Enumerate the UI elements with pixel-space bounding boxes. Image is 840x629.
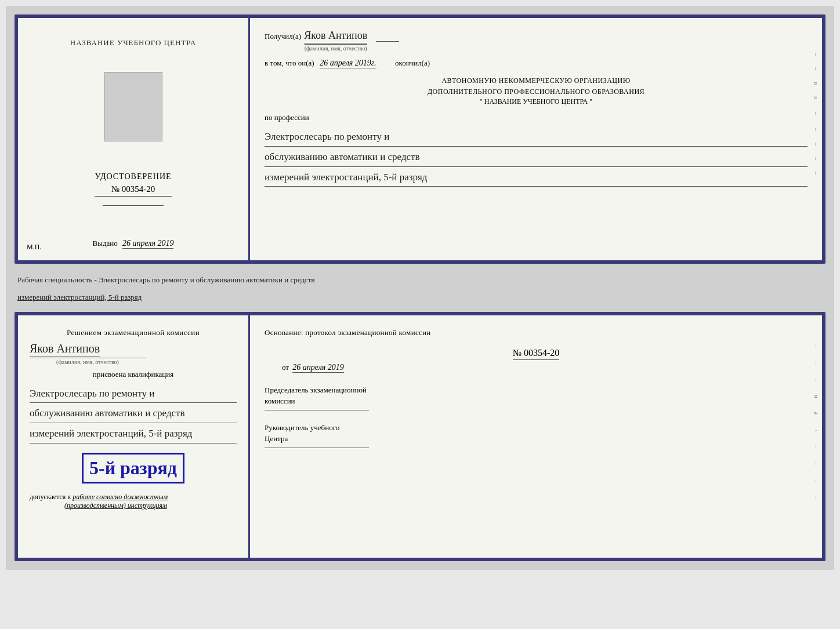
ruk-signature-line bbox=[265, 448, 369, 448]
recipient-name: Яков Антипов bbox=[304, 30, 367, 43]
middle-text-1: Рабочая специальность - Электрослесарь п… bbox=[17, 271, 823, 289]
profession-line1-top: Электрослесарь по ремонту и bbox=[265, 128, 808, 147]
vtom-date: 26 апреля 2019г. bbox=[320, 59, 376, 68]
profession-block-top: Электрослесарь по ремонту и обслуживанию… bbox=[265, 128, 808, 187]
chairman-line2: комиссии bbox=[265, 395, 808, 407]
fio-label-bottom: (фамилия, имя, отчество) bbox=[30, 358, 146, 365]
chairman-block: Председатель экзаменационной комиссии bbox=[265, 384, 808, 410]
org-block: АВТОНОМНУЮ НЕКОММЕРЧЕСКУЮ ОРГАНИЗАЦИЮ ДО… bbox=[265, 75, 808, 106]
cert-number-top: № 00354-20 bbox=[95, 184, 171, 197]
qual-line1: Электрослесарь по ремонту и bbox=[30, 385, 237, 403]
ruk-line2: Центра bbox=[265, 433, 808, 445]
protocol-number: № 00354-20 bbox=[513, 348, 560, 360]
received-line: Получил(а) Яков Антипов (фамилия, имя, о… bbox=[265, 30, 808, 52]
ot-prefix: от bbox=[282, 363, 289, 372]
poluchil-prefix: Получил(а) bbox=[265, 32, 301, 41]
vtom-prefix: в том, что он(а) bbox=[265, 59, 314, 67]
big-rank-container: 5-й разряд bbox=[30, 448, 237, 488]
protocol-number-block: № 00354-20 bbox=[265, 348, 808, 360]
bottom-right-panel: Основание: протокол экзаменационной коми… bbox=[250, 315, 822, 558]
top-left-panel: НАЗВАНИЕ УЧЕБНОГО ЦЕНТРА УДОСТОВЕРЕНИЕ №… bbox=[18, 18, 250, 260]
issued-label: Выдано bbox=[93, 239, 118, 248]
issued-date: 26 апреля 2019 bbox=[122, 239, 173, 249]
recipient-name-bottom: Яков Антипов bbox=[30, 342, 100, 357]
org-quote: " НАЗВАНИЕ УЧЕБНОГО ЦЕНТРА " bbox=[265, 97, 808, 106]
fio-label-top: (фамилия, имя, отчество) bbox=[305, 44, 367, 52]
po-professii-label: по профессии bbox=[265, 113, 808, 122]
qual-block-bottom: Электрослесарь по ремонту и обслуживанию… bbox=[30, 385, 237, 443]
page-wrapper: НАЗВАНИЕ УЧЕБНОГО ЦЕНТРА УДОСТОВЕРЕНИЕ №… bbox=[6, 6, 834, 570]
assigned-text: присвоена квалификация bbox=[30, 370, 237, 379]
bottom-left-panel: Решением экзаменационной комиссии Яков А… bbox=[18, 315, 250, 558]
big-rank-badge: 5-й разряд bbox=[82, 453, 184, 483]
fio-block-bottom: Яков Антипов (фамилия, имя, отчество) bbox=[30, 342, 237, 365]
work-desc: работе согласно должностным bbox=[73, 493, 168, 501]
dopuskaetsya-block: допускается к работе согласно должностны… bbox=[30, 493, 237, 510]
okonchil-text: окончил(а) bbox=[395, 59, 430, 67]
profession-line2-top: обслуживанию автоматики и средств bbox=[265, 148, 808, 167]
udostoverenie-title: УДОСТОВЕРЕНИЕ bbox=[95, 172, 171, 181]
qual-line3: измерений электростанций, 5-й разряд bbox=[30, 425, 237, 443]
ruk-block: Руководитель учебного Центра bbox=[265, 422, 808, 448]
vtom-line: в том, что он(а) 26 апреля 2019г. окончи… bbox=[265, 59, 808, 68]
ot-line: от 26 апреля 2019 bbox=[282, 363, 808, 373]
chairman-line1: Председатель экзаменационной bbox=[265, 384, 808, 396]
ruk-line1: Руководитель учебного bbox=[265, 422, 808, 434]
right-deco-bottom: – – – и а ← – – – – bbox=[813, 344, 819, 502]
mp-stamp: М.П. bbox=[27, 243, 41, 252]
top-right-panel: Получил(а) Яков Антипов (фамилия, имя, о… bbox=[250, 18, 822, 260]
org-line2: ДОПОЛНИТЕЛЬНОГО ПРОФЕССИОНАЛЬНОГО ОБРАЗО… bbox=[265, 86, 808, 97]
dopuskaetsya-label: допускается к bbox=[30, 493, 71, 501]
middle-text-2: измерений электростанций, 5-й разряд bbox=[17, 289, 823, 306]
profession-line3-top: измерений электростанций, 5-й разряд bbox=[265, 169, 808, 187]
qual-line2: обслуживанию автоматики и средств bbox=[30, 405, 237, 423]
top-document: НАЗВАНИЕ УЧЕБНОГО ЦЕНТРА УДОСТОВЕРЕНИЕ №… bbox=[15, 14, 825, 264]
resolution-line1: Решением экзаменационной комиссии bbox=[30, 327, 237, 339]
osnovaniye-text: Основание: протокол экзаменационной коми… bbox=[265, 327, 808, 339]
work-desc2: (производственным) инструкциям bbox=[64, 501, 167, 510]
top-cert-title: НАЗВАНИЕ УЧЕБНОГО ЦЕНТРА bbox=[70, 38, 196, 48]
issued-line: Выдано 26 апреля 2019 bbox=[93, 239, 174, 249]
ot-date: 26 апреля 2019 bbox=[292, 363, 343, 373]
chairman-signature-line bbox=[265, 410, 369, 410]
bottom-document: Решением экзаменационной комиссии Яков А… bbox=[15, 312, 825, 561]
org-line1: АВТОНОМНУЮ НЕКОММЕРЧЕСКУЮ ОРГАНИЗАЦИЮ bbox=[265, 75, 808, 86]
photo-placeholder bbox=[104, 72, 162, 141]
middle-section: Рабочая специальность - Электрослесарь п… bbox=[15, 268, 825, 307]
right-deco-top: – – и а ← – – – – bbox=[813, 53, 819, 174]
